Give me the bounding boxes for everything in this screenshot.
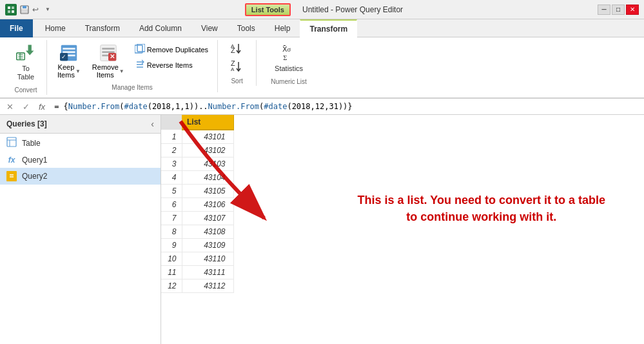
sidebar-item-table-label: Table: [22, 139, 41, 148]
sort-ascending-button[interactable]: A Z: [229, 40, 246, 57]
row-number-cell: 5: [161, 185, 182, 198]
row-number-cell: 3: [161, 157, 182, 171]
sort-descending-button[interactable]: Z A: [229, 58, 246, 75]
data-table-body: 1 43101 2 43102 3 43103 4 43104 5 43105 …: [161, 130, 233, 293]
sidebar-item-query1[interactable]: fx Query1: [0, 152, 161, 168]
formula-cancel-button[interactable]: ✕: [4, 101, 16, 112]
undo-icon[interactable]: ↩: [32, 5, 43, 15]
ribbon-tabs: File Home Transform Add Column View Tool…: [0, 19, 644, 37]
row-number-cell: 2: [161, 144, 182, 157]
to-table-button[interactable]: To Table: [12, 40, 40, 84]
row-value-cell: 43108: [182, 225, 233, 239]
app-icon: [5, 4, 17, 15]
svg-text:✕: ✕: [110, 53, 115, 60]
sidebar-title: Queries [3]: [6, 119, 47, 128]
remove-items-label: RemoveItems: [92, 63, 119, 79]
tab-transform[interactable]: Transform: [75, 19, 130, 37]
statistics-label: Statistics: [275, 65, 303, 73]
row-number-cell: 4: [161, 171, 182, 185]
tab-transform-active[interactable]: Transform: [300, 19, 357, 37]
row-value-cell: 43111: [182, 266, 233, 279]
svg-text:A: A: [231, 66, 235, 72]
table-row: 9 43109: [161, 239, 233, 252]
row-number-cell: 6: [161, 198, 182, 212]
reverse-items-button[interactable]: Reverse Items: [132, 58, 211, 72]
table-row: 10 43110: [161, 252, 233, 266]
dropdown-arrow-icon[interactable]: ▼: [45, 6, 50, 12]
tab-help[interactable]: Help: [265, 19, 300, 37]
row-value-cell: 43104: [182, 171, 233, 185]
sidebar: Queries [3] ‹ Table fx Query1: [0, 115, 161, 344]
svg-rect-20: [102, 48, 114, 50]
list-column-header: List: [182, 115, 233, 130]
row-value-cell: 43102: [182, 144, 233, 157]
svg-rect-5: [23, 6, 26, 8]
data-scroll[interactable]: List 1 43101 2 43102 3 43103 4 43104 5 4…: [161, 115, 644, 344]
keep-items-button[interactable]: ✓ KeepItems ▼: [54, 40, 84, 81]
keep-items-label: KeepItems: [57, 63, 75, 79]
row-value-cell: 43101: [182, 130, 233, 144]
manage-items-label: Manage Items: [112, 84, 152, 92]
sidebar-collapse-button[interactable]: ‹: [151, 119, 154, 129]
sidebar-item-query2[interactable]: Query2: [0, 168, 161, 185]
ribbon-content: To Table Convert ✓: [0, 37, 644, 99]
formula-confirm-button[interactable]: ✓: [20, 101, 32, 112]
formula-input[interactable]: = {Number.From(#date(2018,1,1))..Number.…: [52, 101, 640, 112]
svg-rect-15: [63, 51, 75, 53]
ribbon-group-manage: ✓ KeepItems ▼: [47, 40, 218, 92]
convert-items: To Table: [12, 40, 40, 84]
row-value-cell: 43106: [182, 198, 233, 212]
ribbon-group-convert: To Table Convert: [5, 40, 47, 95]
to-table-icon: [15, 43, 36, 63]
ribbon-group-sort: A Z Z A Sort: [218, 40, 257, 86]
sort-items: A Z Z A: [229, 40, 246, 75]
fx-icon: fx: [6, 156, 17, 165]
app-title: Untitled - Power Query Editor: [302, 5, 403, 14]
sidebar-item-table[interactable]: Table: [0, 134, 161, 152]
to-table-label: To Table: [17, 65, 34, 81]
row-value-cell: 43105: [182, 185, 233, 198]
statistics-button[interactable]: X̄σ Σ Statistics: [271, 40, 307, 76]
row-value-cell: 43110: [182, 252, 233, 266]
query2-icon: [6, 171, 17, 181]
svg-text:✓: ✓: [61, 54, 66, 60]
save-icon[interactable]: [19, 5, 30, 15]
remove-items-dropdown[interactable]: ▼: [119, 68, 124, 74]
row-number-cell: 12: [161, 279, 182, 293]
table-row: 1 43101: [161, 130, 233, 144]
tab-tools[interactable]: Tools: [228, 19, 265, 37]
tab-home[interactable]: Home: [35, 19, 75, 37]
row-value-cell: 43112: [182, 279, 233, 293]
remove-items-button[interactable]: ✕ RemoveItems ▼: [88, 40, 128, 81]
title-bar: ↩ ▼ List Tools Untitled - Power Query Ed…: [0, 0, 644, 19]
row-value-cell: 43103: [182, 157, 233, 171]
table-row: 8 43108: [161, 225, 233, 239]
remove-items-icon: ✕: [98, 43, 119, 63]
tab-file[interactable]: File: [0, 19, 33, 37]
close-button[interactable]: ✕: [626, 5, 639, 15]
minimize-button[interactable]: ─: [598, 5, 610, 15]
tab-add-column[interactable]: Add Column: [130, 19, 191, 37]
main-content: Queries [3] ‹ Table fx Query1: [0, 115, 644, 344]
title-bar-icons: ↩ ▼: [5, 4, 50, 15]
row-number-header: [161, 115, 182, 130]
table-row: 3 43103: [161, 157, 233, 171]
tab-view[interactable]: View: [191, 19, 228, 37]
ribbon-group-numeric: X̄σ Σ Statistics Numeric List: [257, 40, 321, 86]
keep-items-dropdown[interactable]: ▼: [75, 68, 81, 74]
remove-duplicates-label: Remove Duplicates: [147, 46, 208, 54]
numeric-items: X̄σ Σ Statistics: [271, 40, 307, 76]
row-value-cell: 43107: [182, 212, 233, 225]
statistics-icon: X̄σ Σ: [278, 43, 299, 63]
keep-items-icon: ✓: [59, 43, 79, 63]
table-row: 2 43102: [161, 144, 233, 157]
svg-rect-1: [12, 6, 14, 9]
svg-text:X̄σ: X̄σ: [282, 45, 291, 53]
svg-rect-38: [7, 137, 16, 147]
table-row: 6 43106: [161, 198, 233, 212]
svg-rect-6: [21, 10, 28, 13]
maximize-button[interactable]: □: [612, 5, 625, 15]
table-row: 4 43104: [161, 171, 233, 185]
table-row: 7 43107: [161, 212, 233, 225]
remove-duplicates-button[interactable]: Remove Duplicates: [132, 43, 211, 57]
